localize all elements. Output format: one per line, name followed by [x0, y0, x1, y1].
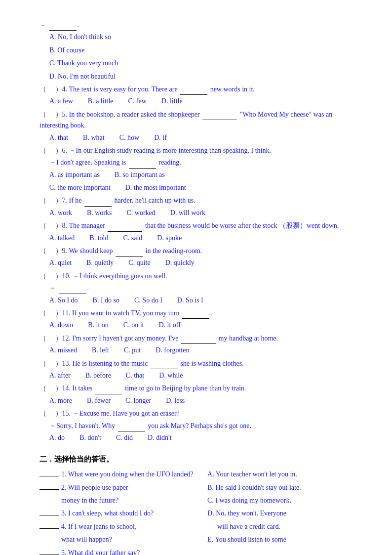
q12-c: C. put [124, 345, 141, 356]
question-8: （ ）8. The manager that the business woul… [39, 220, 362, 231]
match-2-cont: money in the future? [61, 495, 201, 506]
q9-c: C. quite [128, 257, 150, 268]
q4-options: A. a few B. a little C. few D. little [49, 96, 362, 107]
q6-c: C. the more important [49, 182, 111, 193]
q9-b: B. quietly [86, 257, 114, 268]
q13-d: D. while [159, 370, 183, 381]
question-6: （ ）6. －In our English study reading is m… [39, 145, 362, 156]
q14-options: A. more B. fewer C. longer D. less [49, 395, 362, 406]
q9-options: A. quiet B. quietly C. quite D. quickly [49, 257, 362, 268]
q15-options: A. do B. don't C. did D. didn't [49, 432, 362, 443]
q13-b: B. before [85, 370, 111, 381]
q6-a: A. as important as [49, 170, 100, 180]
match-5: 5. What did your father say? [39, 548, 201, 555]
q14-b: B. fewer [87, 395, 111, 406]
q6-options: A. as important as B. so important as [49, 170, 362, 180]
question-10: （ ）10. －I think everything goes on well. [39, 271, 362, 282]
q12-b: B. left [92, 345, 109, 356]
question-5: （ ）5. In the bookshop, a reader asked th… [39, 109, 362, 131]
q4-d: D. little [161, 96, 183, 107]
q5-b: B. what [83, 132, 105, 143]
match-3: 3. I can't sleep, what should I do? [39, 508, 201, 519]
q8-d: D. spoke [157, 233, 182, 244]
q10-options: A. So I do B. I do so C. So do I D. So i… [49, 295, 362, 306]
q9-d: D. quickly [165, 257, 195, 268]
options-prev: A. No, I don't think so [49, 32, 362, 43]
q8-options: A. talked B. told C. said D. spoke [49, 233, 362, 244]
page-content: － . A. No, I don't think so B. Of course… [39, 20, 362, 555]
q14-c: C. longer [125, 395, 151, 406]
matching-left: 1. What were you doing when the UFO land… [39, 469, 201, 555]
q12-d: D. forgotten [156, 345, 189, 356]
matching-section: 1. What were you doing when the UFO land… [39, 469, 362, 555]
q6-line2: －I don't agree. Speaking is reading. [49, 157, 362, 168]
q12-options: A. missed B. left C. put D. forgotten [49, 345, 362, 356]
q6-b: B. so important as [115, 170, 165, 180]
match-ans-c: C. I was doing my homework. [207, 495, 362, 506]
q7-options: A. work B. works C. worked D. will work [49, 208, 362, 218]
q10-a: A. So I do [49, 295, 78, 306]
q8-c: C. said [123, 233, 142, 244]
option-b: B. Of course [49, 45, 84, 56]
q10-c: C. So do I [134, 295, 162, 306]
question-13: （ ）13. He is listening to the music she … [39, 358, 362, 369]
matching-right: A. Your teacher won't let you in. B. He … [207, 469, 362, 555]
q4-b: B. a little [88, 96, 114, 107]
question-4: （ ）4. The text is very easy for you. The… [39, 84, 362, 95]
match-ans-d: D. No, they won't. Everyone [207, 508, 362, 519]
q15-b: B. don't [79, 432, 101, 443]
match-4-cont: what will happen? [61, 534, 201, 545]
q4-a: A. a few [49, 96, 73, 107]
q13-a: A. after [49, 370, 71, 381]
q15-a: A. do [49, 432, 65, 443]
match-ans-a: A. Your teacher won't let you in. [207, 469, 362, 480]
q10-d: D. So is I [177, 295, 203, 306]
question-12: （ ）12. I'm sorry I haven't got any money… [39, 333, 362, 344]
question-14: （ ）14. It takes time to go to Beijing by… [39, 383, 362, 394]
q7-a: A. work [49, 208, 72, 218]
q14-a: A. more [49, 395, 72, 406]
question-11: （ ）11. If you want to watch TV, you may … [39, 308, 362, 319]
q11-options: A. down B. it on C. on it D. it off [49, 320, 362, 331]
q11-a: A. down [49, 320, 73, 331]
q11-d: D. it off [158, 320, 180, 331]
question-15: （ ）15. －Excuse me. Have you got an erase… [39, 408, 362, 419]
q5-options: A. that B. what C. how D. if [49, 132, 362, 143]
q11-b: B. it on [88, 320, 109, 331]
option-d: D. No, I'm not beautiful [49, 71, 116, 82]
q5-c: C. how [119, 132, 139, 143]
q4-c: C. few [128, 96, 147, 107]
q8-b: B. told [89, 233, 108, 244]
q7-c: C. worked [126, 208, 155, 218]
q15-line2: －Sorry, I haven't. Why you ask Mary? Per… [49, 421, 362, 431]
q10-line2: － . [49, 283, 362, 294]
match-ans-e: E. You should listen to some [207, 534, 362, 545]
q10-b: B. I do so [93, 295, 119, 306]
q15-d: D. didn't [148, 432, 171, 443]
option-c: C. Thank you very much [49, 58, 118, 69]
match-4: 4. If I wear jeans to school, [39, 521, 201, 532]
q14-d: D. less [166, 395, 185, 406]
match-ans-d-cont: will have a credit card. [217, 521, 362, 532]
q9-a: A. quiet [49, 257, 72, 268]
q7-d: D. will work [170, 208, 205, 218]
q6-d: D. the most important [125, 182, 186, 193]
option-a: A. No, I don't think so [49, 32, 111, 43]
question-9: （ ）9. We should keep in the reading-room… [39, 246, 362, 256]
match-2: 2. Will people use paper [39, 482, 201, 493]
match-1: 1. What were you doing when the UFO land… [39, 469, 201, 480]
q11-c: C. on it [123, 320, 144, 331]
q5-a: A. that [49, 132, 68, 143]
options-prev-c: C. Thank you very much [49, 58, 362, 69]
line-dash: － . [39, 20, 362, 31]
question-7: （ ）7. If he harder, he'll catch up with … [39, 195, 362, 206]
match-ans-b: B. He said I couldn't stay out late. [207, 482, 362, 493]
section-2-title: 二．选择恰当的答语。 [39, 453, 362, 465]
q13-c: C. that [126, 370, 144, 381]
q13-options: A. after B. before C. that D. while [49, 370, 362, 381]
options-prev-b: B. Of course [49, 45, 362, 56]
q15-c: C. did [116, 432, 133, 443]
q8-a: A. talked [49, 233, 75, 244]
q7-b: B. works [87, 208, 112, 218]
q6-options2: C. the more important D. the most import… [49, 182, 362, 193]
